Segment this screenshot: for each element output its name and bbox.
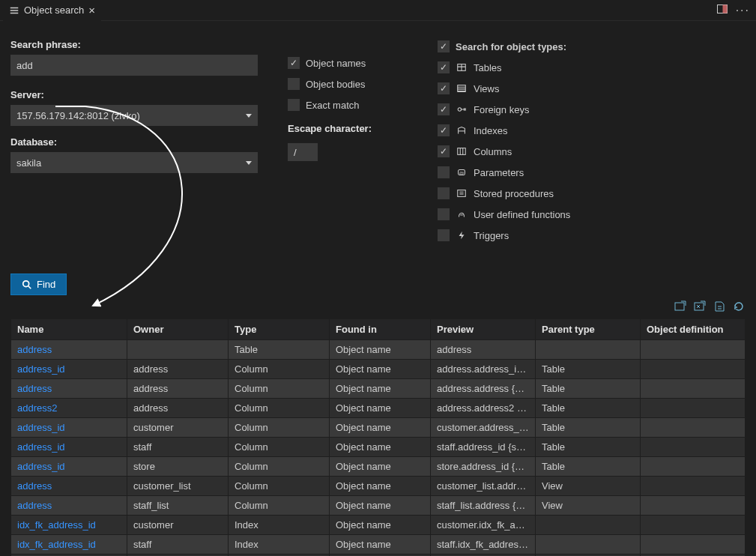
table-row[interactable]: address_idcustomerColumnObject namecusto… [11,418,746,438]
cell-preview: address.address {v… [431,379,536,399]
cell-preview: address [431,340,536,360]
checkbox-label: Exact match [306,100,360,111]
checkbox-object-bodies[interactable]: Object bodies [288,73,408,94]
table-row[interactable]: address2addressColumnObject nameaddress.… [11,399,746,418]
cell-def [641,360,746,379]
object-name-link[interactable]: idx_fk_address_id [17,539,96,550]
table-row[interactable]: address_idstoreColumnObject namestore.ad… [11,457,746,477]
cell-def [641,418,746,438]
results-toolbar [0,295,756,318]
find-button-label: Find [37,279,55,290]
cell-parent: View [536,477,641,496]
object-name-link[interactable]: address [17,344,52,355]
object-name-link[interactable]: address_id [17,363,65,375]
results-table: NameOwnerTypeFound inPreviewParent typeO… [10,318,746,556]
type-checkbox-tables[interactable]: Tables [438,57,746,78]
checkbox-icon [438,40,450,52]
column-header[interactable]: Name [11,319,127,340]
svg-point-7 [458,108,461,111]
cell-found: Object name [330,438,431,457]
checkbox-object-names[interactable]: Object names [288,52,408,73]
server-select[interactable]: 157.56.179.142:8012 (zivko) [10,105,258,126]
cell-preview: staff.idx_fk_addres… [431,535,536,555]
type-checkbox-parameters[interactable]: @Parameters [438,162,746,183]
cell-found: Object name [330,457,431,477]
type-checkbox-stored-procedures[interactable]: Stored procedures [438,183,746,204]
cell-preview: customer_list.addr… [431,477,536,496]
cell-parent [536,535,641,555]
object-name-link[interactable]: address2 [17,402,57,414]
cell-preview: store.address_id {s… [431,457,536,477]
column-header[interactable]: Preview [431,319,536,340]
table-row[interactable]: idx_fk_address_idstaffIndexObject namest… [11,535,746,555]
search-phrase-input[interactable] [10,55,258,76]
cell-type: Column [229,457,330,477]
type-checkbox-indexes[interactable]: Indexes [438,120,746,141]
cell-parent: Table [536,418,641,438]
type-checkbox-triggers[interactable]: Triggers [438,225,746,246]
cell-type: Column [229,379,330,399]
cell-preview: address.address2 {… [431,399,536,418]
checkbox-exact-match[interactable]: Exact match [288,94,408,115]
cell-parent: Table [536,438,641,457]
cell-owner: staff [127,535,229,555]
type-checkbox-user-defined-functions[interactable]: User defined functions [438,204,746,225]
svg-line-3 [28,285,31,288]
checkbox-icon [438,229,450,241]
checkbox-icon [438,166,450,178]
checkbox-label: Object names [306,58,366,69]
cell-owner: customer [127,516,229,535]
close-icon[interactable]: × [88,4,95,16]
column-header[interactable]: Found in [330,319,431,340]
table-row[interactable]: addresscustomer_listColumnObject namecus… [11,477,746,496]
table-row[interactable]: address_idstaffColumnObject namestaff.ad… [11,438,746,457]
type-label: Tables [474,62,502,73]
cell-def [641,457,746,477]
column-header[interactable]: Type [229,319,330,340]
cell-owner: address [127,399,229,418]
table-row[interactable]: address_idaddressColumnObject nameaddres… [11,360,746,379]
table-row[interactable]: addressaddressColumnObject nameaddress.a… [11,379,746,399]
column-header[interactable]: Object definition [641,319,746,340]
script-icon[interactable] [713,300,726,315]
find-button[interactable]: Find [10,274,67,295]
type-checkbox-columns[interactable]: Columns [438,141,746,162]
table-row[interactable]: addressTableObject nameaddress [11,340,746,360]
refresh-icon[interactable] [732,300,746,315]
object-name-link[interactable]: address [17,383,52,394]
column-header[interactable]: Parent type [536,319,641,340]
cell-def [641,477,746,496]
escape-char-input[interactable] [288,143,318,161]
object-name-link[interactable]: address_id [17,422,65,433]
object-name-link[interactable]: address_id [17,461,65,472]
tab-object-search[interactable]: Object search × [3,0,101,21]
database-select[interactable]: sakila [10,152,258,173]
table-row[interactable]: addressstaff_listColumnObject namestaff_… [11,496,746,516]
cell-type: Index [229,516,330,535]
type-checkbox-foreign-keys[interactable]: Foreign keys [438,99,746,120]
panel-layout-icon[interactable] [716,3,728,17]
more-icon[interactable]: ··· [736,4,750,17]
type-label: Triggers [474,230,509,241]
types-header-row[interactable]: Search for object types: [438,36,746,57]
cell-found: Object name [330,379,431,399]
cell-owner: address [127,379,229,399]
table-row[interactable]: idx_fk_address_idcustomerIndexObject nam… [11,516,746,535]
object-name-link[interactable]: address [17,480,52,492]
export-excel-icon[interactable] [693,300,707,315]
type-checkbox-views[interactable]: Views [438,78,746,99]
export-csv-icon[interactable] [674,300,687,315]
object-name-link[interactable]: address_id [17,441,65,453]
cell-preview: staff_list.address {… [431,496,536,516]
object-name-link[interactable]: address [17,500,52,511]
column-header[interactable]: Owner [127,319,229,340]
svg-rect-11 [458,190,466,197]
results-area: NameOwnerTypeFound inPreviewParent typeO… [0,318,756,556]
tab-title: Object search [24,4,84,16]
object-name-link[interactable]: idx_fk_address_id [17,519,96,531]
checkbox-icon [438,82,450,94]
checkbox-icon [438,103,450,115]
database-label: Database: [10,136,258,148]
sp-icon [456,187,468,199]
cell-preview: address.address_i… [431,360,536,379]
